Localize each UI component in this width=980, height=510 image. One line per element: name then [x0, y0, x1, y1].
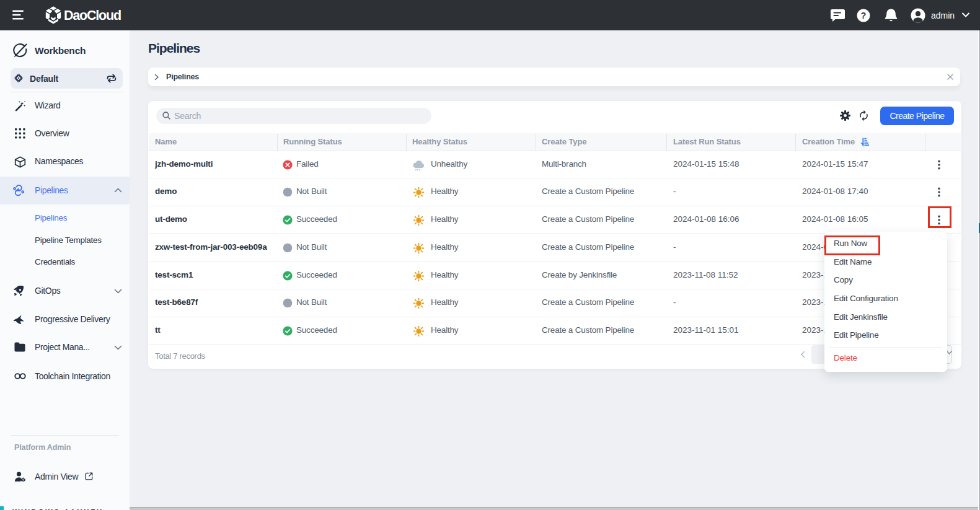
svg-text:?: ?: [861, 11, 867, 20]
